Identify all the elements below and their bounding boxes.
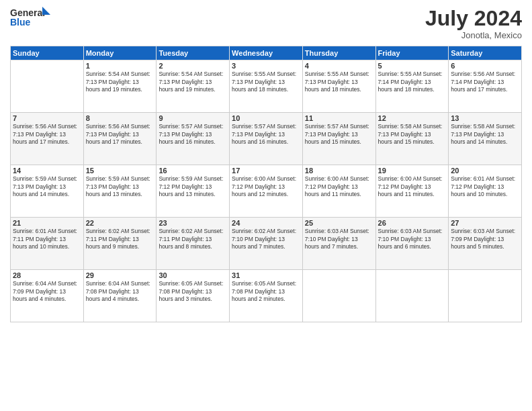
table-row: 2Sunrise: 5:54 AM Sunset: 7:13 PM Daylig… xyxy=(157,60,230,113)
day-number: 31 xyxy=(232,271,300,279)
day-info: Sunrise: 6:03 AM Sunset: 7:10 PM Dayligh… xyxy=(305,228,373,250)
day-info: Sunrise: 6:00 AM Sunset: 7:12 PM Dayligh… xyxy=(232,175,300,198)
location: Jonotla, Mexico xyxy=(425,30,522,40)
table-row: 5Sunrise: 5:55 AM Sunset: 7:14 PM Daylig… xyxy=(375,60,449,113)
table-row xyxy=(449,270,522,322)
logo-icon: GeneralBlue xyxy=(10,7,50,30)
table-row: 29Sunrise: 6:04 AM Sunset: 7:08 PM Dayli… xyxy=(83,270,157,322)
table-row: 11Sunrise: 5:57 AM Sunset: 7:13 PM Dayli… xyxy=(302,113,375,165)
calendar-row: 7Sunrise: 5:56 AM Sunset: 7:13 PM Daylig… xyxy=(11,113,522,165)
table-row: 31Sunrise: 6:05 AM Sunset: 7:08 PM Dayli… xyxy=(230,270,303,322)
table-row xyxy=(375,270,449,322)
day-number: 10 xyxy=(232,114,300,122)
header-monday: Monday xyxy=(83,46,157,60)
table-row: 9Sunrise: 5:57 AM Sunset: 7:13 PM Daylig… xyxy=(157,113,230,165)
day-info: Sunrise: 6:00 AM Sunset: 7:12 PM Dayligh… xyxy=(305,175,373,198)
day-number: 1 xyxy=(86,62,154,70)
day-info: Sunrise: 5:54 AM Sunset: 7:13 PM Dayligh… xyxy=(86,71,154,93)
day-info: Sunrise: 6:03 AM Sunset: 7:09 PM Dayligh… xyxy=(451,228,519,250)
table-row: 28Sunrise: 6:04 AM Sunset: 7:09 PM Dayli… xyxy=(11,270,84,322)
day-number: 20 xyxy=(451,167,519,175)
table-row xyxy=(11,60,84,113)
day-info: Sunrise: 5:55 AM Sunset: 7:13 PM Dayligh… xyxy=(232,71,300,93)
day-number: 11 xyxy=(305,114,373,122)
day-info: Sunrise: 5:58 AM Sunset: 7:13 PM Dayligh… xyxy=(451,123,519,146)
table-row: 8Sunrise: 5:56 AM Sunset: 7:13 PM Daylig… xyxy=(83,113,157,165)
table-row: 22Sunrise: 6:02 AM Sunset: 7:11 PM Dayli… xyxy=(83,218,157,270)
month-title: July 2024 xyxy=(425,7,522,30)
table-row: 20Sunrise: 6:01 AM Sunset: 7:12 PM Dayli… xyxy=(449,165,522,218)
table-row: 16Sunrise: 5:59 AM Sunset: 7:12 PM Dayli… xyxy=(157,165,230,218)
day-info: Sunrise: 5:58 AM Sunset: 7:13 PM Dayligh… xyxy=(378,123,447,146)
day-info: Sunrise: 6:04 AM Sunset: 7:09 PM Dayligh… xyxy=(13,280,81,303)
day-info: Sunrise: 6:03 AM Sunset: 7:10 PM Dayligh… xyxy=(378,228,447,250)
logo: GeneralBlue xyxy=(10,7,50,30)
header-tuesday: Tuesday xyxy=(157,46,230,60)
table-row: 13Sunrise: 5:58 AM Sunset: 7:13 PM Dayli… xyxy=(449,113,522,165)
table-row: 7Sunrise: 5:56 AM Sunset: 7:13 PM Daylig… xyxy=(11,113,84,165)
day-number: 14 xyxy=(13,167,81,175)
header-wednesday: Wednesday xyxy=(230,46,303,60)
header-saturday: Saturday xyxy=(449,46,522,60)
table-row: 23Sunrise: 6:02 AM Sunset: 7:11 PM Dayli… xyxy=(157,218,230,270)
day-number: 18 xyxy=(305,167,373,175)
calendar-row: 1Sunrise: 5:54 AM Sunset: 7:13 PM Daylig… xyxy=(11,60,522,113)
day-number: 27 xyxy=(451,219,519,227)
day-number: 17 xyxy=(232,167,300,175)
day-info: Sunrise: 5:55 AM Sunset: 7:13 PM Dayligh… xyxy=(305,71,373,93)
table-row: 18Sunrise: 6:00 AM Sunset: 7:12 PM Dayli… xyxy=(302,165,375,218)
day-info: Sunrise: 6:02 AM Sunset: 7:10 PM Dayligh… xyxy=(232,228,300,250)
day-number: 29 xyxy=(86,271,154,279)
weekday-header-row: Sunday Monday Tuesday Wednesday Thursday… xyxy=(11,46,522,60)
day-info: Sunrise: 5:59 AM Sunset: 7:12 PM Dayligh… xyxy=(159,175,227,198)
title-block: July 2024 Jonotla, Mexico xyxy=(425,7,522,40)
day-number: 19 xyxy=(378,167,447,175)
day-info: Sunrise: 5:57 AM Sunset: 7:13 PM Dayligh… xyxy=(232,123,300,146)
day-info: Sunrise: 5:57 AM Sunset: 7:13 PM Dayligh… xyxy=(305,123,373,146)
day-number: 25 xyxy=(305,219,373,227)
day-number: 15 xyxy=(86,167,154,175)
day-info: Sunrise: 5:57 AM Sunset: 7:13 PM Dayligh… xyxy=(159,123,227,146)
day-info: Sunrise: 6:02 AM Sunset: 7:11 PM Dayligh… xyxy=(86,228,154,250)
svg-text:Blue: Blue xyxy=(10,17,31,28)
day-number: 9 xyxy=(159,114,227,122)
day-number: 3 xyxy=(232,62,300,70)
day-number: 22 xyxy=(86,219,154,227)
day-info: Sunrise: 6:05 AM Sunset: 7:08 PM Dayligh… xyxy=(232,280,300,303)
day-number: 8 xyxy=(86,114,154,122)
table-row: 6Sunrise: 5:56 AM Sunset: 7:14 PM Daylig… xyxy=(449,60,522,113)
table-row: 17Sunrise: 6:00 AM Sunset: 7:12 PM Dayli… xyxy=(230,165,303,218)
header-sunday: Sunday xyxy=(11,46,84,60)
table-row: 14Sunrise: 5:59 AM Sunset: 7:13 PM Dayli… xyxy=(11,165,84,218)
calendar-table: Sunday Monday Tuesday Wednesday Thursday… xyxy=(10,46,522,322)
day-number: 24 xyxy=(232,219,300,227)
day-number: 2 xyxy=(159,62,227,70)
day-number: 7 xyxy=(13,114,81,122)
day-number: 16 xyxy=(159,167,227,175)
table-row: 21Sunrise: 6:01 AM Sunset: 7:11 PM Dayli… xyxy=(11,218,84,270)
table-row: 27Sunrise: 6:03 AM Sunset: 7:09 PM Dayli… xyxy=(449,218,522,270)
day-number: 21 xyxy=(13,219,81,227)
day-number: 12 xyxy=(378,114,447,122)
day-number: 4 xyxy=(305,62,373,70)
day-number: 23 xyxy=(159,219,227,227)
day-info: Sunrise: 5:54 AM Sunset: 7:13 PM Dayligh… xyxy=(159,71,227,93)
table-row: 4Sunrise: 5:55 AM Sunset: 7:13 PM Daylig… xyxy=(302,60,375,113)
day-info: Sunrise: 6:01 AM Sunset: 7:12 PM Dayligh… xyxy=(451,175,519,198)
day-number: 6 xyxy=(451,62,519,70)
day-info: Sunrise: 5:56 AM Sunset: 7:14 PM Dayligh… xyxy=(451,71,519,93)
calendar-row: 14Sunrise: 5:59 AM Sunset: 7:13 PM Dayli… xyxy=(11,165,522,218)
table-row: 24Sunrise: 6:02 AM Sunset: 7:10 PM Dayli… xyxy=(230,218,303,270)
header-friday: Friday xyxy=(375,46,449,60)
day-info: Sunrise: 6:02 AM Sunset: 7:11 PM Dayligh… xyxy=(159,228,227,250)
page: GeneralBlue July 2024 Jonotla, Mexico Su… xyxy=(0,0,532,411)
table-row: 19Sunrise: 6:00 AM Sunset: 7:12 PM Dayli… xyxy=(375,165,449,218)
day-number: 26 xyxy=(378,219,447,227)
table-row: 26Sunrise: 6:03 AM Sunset: 7:10 PM Dayli… xyxy=(375,218,449,270)
table-row: 10Sunrise: 5:57 AM Sunset: 7:13 PM Dayli… xyxy=(230,113,303,165)
table-row: 1Sunrise: 5:54 AM Sunset: 7:13 PM Daylig… xyxy=(83,60,157,113)
day-number: 30 xyxy=(159,271,227,279)
day-info: Sunrise: 6:01 AM Sunset: 7:11 PM Dayligh… xyxy=(13,228,81,250)
calendar-row: 28Sunrise: 6:04 AM Sunset: 7:09 PM Dayli… xyxy=(11,270,522,322)
day-info: Sunrise: 5:59 AM Sunset: 7:13 PM Dayligh… xyxy=(13,175,81,198)
